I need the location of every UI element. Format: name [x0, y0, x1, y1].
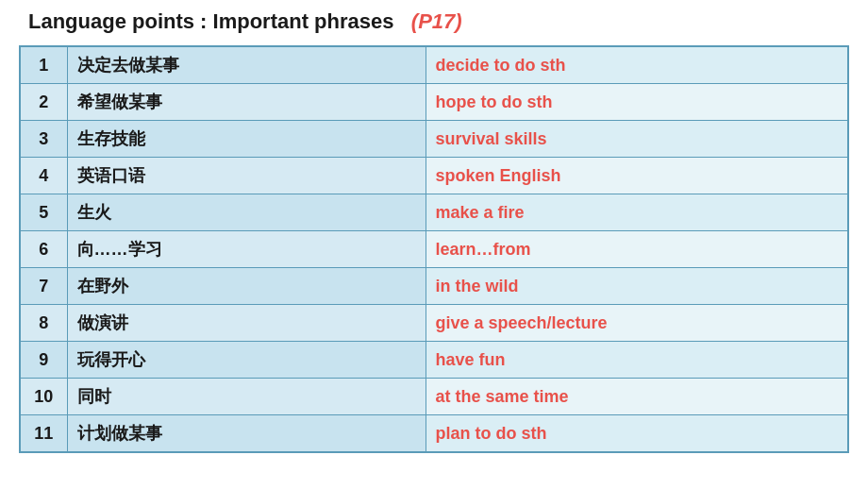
chinese-phrase: 计划做某事 — [67, 415, 426, 453]
english-phrase: spoken English — [426, 158, 848, 194]
chinese-phrase: 决定去做某事 — [67, 46, 426, 84]
table-row: 5生火make a fire — [20, 194, 848, 231]
row-number: 3 — [20, 121, 67, 158]
chinese-phrase: 同时 — [67, 379, 426, 415]
chinese-phrase: 向……学习 — [67, 231, 426, 268]
english-phrase: at the same time — [426, 379, 848, 415]
row-number: 10 — [20, 379, 67, 415]
english-phrase: in the wild — [426, 268, 848, 305]
english-phrase: learn…from — [426, 231, 848, 268]
page-title: Language points : Important phrases (P17… — [19, 9, 462, 34]
chinese-phrase: 生火 — [67, 194, 426, 231]
table-row: 10同时at the same time — [20, 379, 848, 415]
row-number: 5 — [20, 194, 67, 231]
row-number: 6 — [20, 231, 67, 268]
title-italic: (P17) — [411, 9, 462, 33]
table-row: 4英语口语spoken English — [20, 158, 848, 194]
english-phrase: make a fire — [426, 194, 848, 231]
table-row: 8做演讲give a speech/lecture — [20, 305, 848, 342]
english-phrase: hope to do sth — [426, 84, 848, 121]
table-row: 11计划做某事plan to do sth — [20, 415, 848, 453]
chinese-phrase: 希望做某事 — [67, 84, 426, 121]
phrases-table: 1决定去做某事decide to do sth2希望做某事hope to do … — [19, 45, 849, 453]
title-bold: Language points : Important phrases — [28, 9, 393, 33]
english-phrase: survival skills — [426, 121, 848, 158]
row-number: 9 — [20, 342, 67, 379]
english-phrase: have fun — [426, 342, 848, 379]
table-row: 7在野外in the wild — [20, 268, 848, 305]
chinese-phrase: 生存技能 — [67, 121, 426, 158]
chinese-phrase: 英语口语 — [67, 158, 426, 194]
row-number: 11 — [20, 415, 67, 453]
row-number: 7 — [20, 268, 67, 305]
table-row: 3生存技能survival skills — [20, 121, 848, 158]
row-number: 4 — [20, 158, 67, 194]
chinese-phrase: 玩得开心 — [67, 342, 426, 379]
table-row: 9玩得开心have fun — [20, 342, 848, 379]
table-row: 1决定去做某事decide to do sth — [20, 46, 848, 84]
chinese-phrase: 做演讲 — [67, 305, 426, 342]
english-phrase: plan to do sth — [426, 415, 848, 453]
row-number: 8 — [20, 305, 67, 342]
english-phrase: give a speech/lecture — [426, 305, 848, 342]
table-row: 6向……学习learn…from — [20, 231, 848, 268]
english-phrase: decide to do sth — [426, 46, 848, 84]
chinese-phrase: 在野外 — [67, 268, 426, 305]
table-row: 2希望做某事hope to do sth — [20, 84, 848, 121]
row-number: 1 — [20, 46, 67, 84]
row-number: 2 — [20, 84, 67, 121]
